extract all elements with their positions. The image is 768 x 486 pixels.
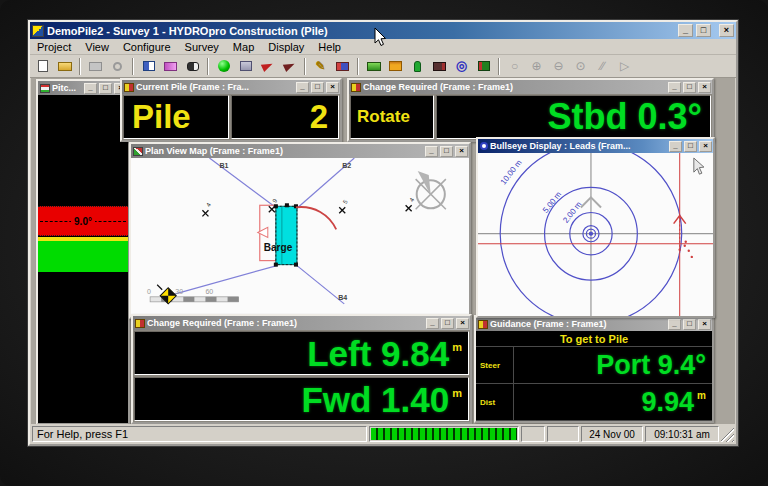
print-button[interactable] [85, 57, 106, 76]
close-button[interactable]: × [698, 82, 711, 93]
print-icon [89, 62, 102, 71]
mdi-client-area: Pitc... _ □ × 9.0° Cur [31, 78, 735, 424]
maximize-button[interactable]: □ [683, 82, 696, 93]
minimize-button[interactable]: _ [425, 146, 438, 157]
bullseye-button[interactable]: ◎ [451, 57, 472, 76]
mouse-cursor [374, 28, 388, 48]
vehicle-button[interactable] [363, 57, 384, 76]
display-icon [164, 62, 177, 71]
minimize-button[interactable]: _ [668, 319, 681, 330]
flag1-button[interactable] [257, 57, 278, 76]
maximize-button[interactable]: □ [311, 82, 324, 93]
watchdog-icon [187, 62, 199, 71]
person-button[interactable] [407, 57, 428, 76]
target-button[interactable] [213, 57, 234, 76]
menu-view[interactable]: View [78, 40, 116, 54]
vehicle2-button[interactable] [429, 57, 450, 76]
guidance-title: Guidance (Frame : Frame1) [490, 319, 666, 329]
rotate-window-icon [351, 83, 361, 92]
barge-handle [285, 203, 289, 207]
close-button[interactable]: × [699, 141, 712, 152]
offsets-titlebar[interactable]: Change Required (Frame : Frame1) _ □ × [133, 316, 470, 330]
offset-row-left: Left 9.84 m [134, 331, 469, 375]
edit-button[interactable]: ✎ [310, 57, 331, 76]
menu-help[interactable]: Help [311, 40, 348, 54]
red-flag-icon [261, 60, 274, 72]
signal-progress-fill [371, 428, 517, 440]
minimize-button[interactable]: _ [84, 83, 97, 94]
new-document-icon [38, 60, 48, 72]
guidance-titlebar[interactable]: Guidance (Frame : Frame1) _ □ × [476, 317, 712, 331]
zoom-out-button[interactable]: ⊖ [548, 57, 569, 76]
pitch-titlebar[interactable]: Pitc... _ □ × [38, 81, 128, 95]
minimize-button[interactable]: _ [668, 82, 681, 93]
bullseye-titlebar[interactable]: Bullseye Display : Leads (Fram... _ □ × [478, 139, 713, 153]
layout-columns-button[interactable] [138, 57, 159, 76]
map-window-icon [133, 147, 143, 156]
zoom-in-button[interactable]: ⊕ [526, 57, 547, 76]
menu-project[interactable]: Project [30, 40, 78, 54]
measure-button[interactable]: ∕∕ [592, 57, 613, 76]
close-button[interactable]: × [719, 24, 734, 37]
gate-icon [240, 61, 252, 71]
flag2-button[interactable] [279, 57, 300, 76]
columns-icon [143, 61, 155, 71]
map-titlebar[interactable]: Plan View Map (Frame : Frame1) _ □ × [131, 144, 469, 158]
watchdog-button[interactable] [182, 57, 203, 76]
print-preview-button[interactable] [107, 57, 128, 76]
green-truck-icon [367, 62, 381, 71]
guidance-row-dist: Dist 9.94 m [476, 384, 712, 421]
menu-survey[interactable]: Survey [178, 40, 226, 54]
open-button[interactable] [54, 57, 75, 76]
grid-display-button[interactable] [473, 57, 494, 76]
close-button[interactable]: × [326, 82, 339, 93]
rotate-titlebar[interactable]: Change Required (Frame : Frame1) _ □ × [349, 80, 712, 94]
bullseye-display-window: Bullseye Display : Leads (Fram... _ □ × [476, 137, 715, 318]
dark-truck-icon [433, 62, 446, 71]
resize-grip[interactable] [721, 426, 734, 442]
maximize-button[interactable]: □ [696, 24, 711, 37]
select-circle-button[interactable]: ○ [504, 57, 525, 76]
current-pile-titlebar[interactable]: Current Pile (Frame : Fra... _ □ × [122, 80, 340, 94]
frame-button[interactable] [385, 57, 406, 76]
menu-map[interactable]: Map [226, 40, 261, 54]
rotate-title: Change Required (Frame : Frame1) [363, 82, 666, 92]
maximize-button[interactable]: □ [683, 319, 696, 330]
close-button[interactable]: × [698, 319, 711, 330]
maximize-button[interactable]: □ [99, 83, 112, 94]
new-button[interactable] [32, 57, 53, 76]
minimize-button[interactable]: _ [669, 141, 682, 152]
close-button[interactable]: × [455, 146, 468, 157]
current-pile-display: Pile 2 [122, 94, 340, 140]
status-time: 09:10:31 am [645, 426, 719, 442]
gate-button[interactable] [235, 57, 256, 76]
map-canvas[interactable]: B1 B2 B4 [131, 158, 469, 317]
offset-fwd-unit: m [452, 387, 462, 399]
menu-display[interactable]: Display [261, 40, 311, 54]
current-pile-window: Current Pile (Frame : Fra... _ □ × Pile … [120, 78, 342, 142]
zoom-window-button[interactable]: ⊙ [570, 57, 591, 76]
maximize-button[interactable]: □ [684, 141, 697, 152]
app-icon [32, 25, 44, 37]
steer-value: Port 9.4° [514, 347, 712, 383]
bullseye-window-icon [480, 142, 488, 150]
offsets-title: Change Required (Frame : Frame1) [147, 318, 424, 328]
offset-row-fwd: Fwd 1.40 m [134, 377, 469, 421]
camera-button[interactable] [332, 57, 353, 76]
open-folder-icon [58, 62, 72, 71]
person-icon [414, 61, 421, 72]
maximize-button[interactable]: □ [440, 146, 453, 157]
displays-button[interactable] [160, 57, 181, 76]
guidance-row-steer: Steer Port 9.4° [476, 347, 712, 384]
minimize-button[interactable]: _ [678, 24, 693, 37]
scale-label-0: 0 [147, 288, 151, 295]
menu-configure[interactable]: Configure [116, 40, 178, 54]
play-button[interactable]: ▷ [614, 57, 635, 76]
close-button[interactable]: × [456, 318, 469, 329]
minimize-button[interactable]: _ [426, 318, 439, 329]
dist-label: Dist [476, 384, 514, 420]
minimize-button[interactable]: _ [296, 82, 309, 93]
maximize-button[interactable]: □ [441, 318, 454, 329]
orange-window-icon [389, 61, 402, 71]
bullseye-canvas[interactable]: 10.00 m 5.00 m 2.00 m [478, 153, 713, 316]
